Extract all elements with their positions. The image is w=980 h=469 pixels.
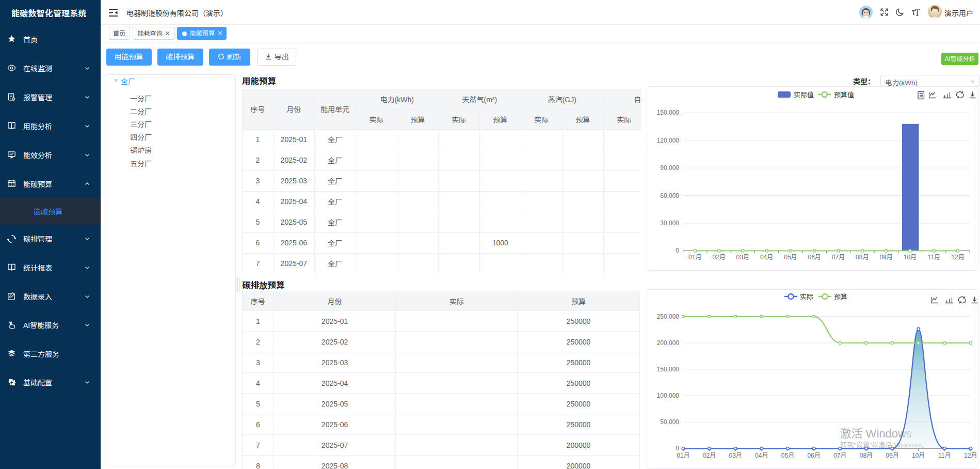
svg-text:12月: 12月 [951, 254, 964, 261]
svg-text:02月: 02月 [703, 452, 716, 459]
svg-text:60,000: 60,000 [660, 192, 679, 199]
svg-text:120,000: 120,000 [657, 137, 680, 144]
svg-text:05月: 05月 [781, 452, 794, 459]
svg-text:预算: 预算 [834, 293, 847, 301]
svg-text:02月: 02月 [712, 254, 725, 261]
svg-text:08月: 08月 [856, 254, 869, 261]
svg-text:150,000: 150,000 [657, 366, 680, 373]
svg-text:01月: 01月 [688, 254, 701, 261]
svg-text:50,000: 50,000 [660, 418, 679, 426]
svg-text:30,000: 30,000 [660, 220, 679, 227]
svg-text:150,000: 150,000 [657, 109, 680, 116]
svg-text:01月: 01月 [677, 452, 689, 459]
svg-text:11月: 11月 [928, 254, 940, 261]
svg-text:03月: 03月 [729, 452, 742, 459]
svg-text:09月: 09月 [886, 452, 898, 459]
svg-text:10月: 10月 [904, 254, 917, 261]
svg-text:08月: 08月 [860, 452, 873, 459]
svg-text:10月: 10月 [912, 452, 925, 459]
svg-text:07月: 07月 [833, 452, 846, 459]
svg-text:250,000: 250,000 [657, 313, 680, 320]
svg-text:07月: 07月 [832, 254, 845, 261]
svg-text:预算值: 预算值 [834, 91, 854, 99]
svg-text:04月: 04月 [760, 254, 773, 261]
svg-text:06月: 06月 [807, 452, 820, 459]
svg-text:05月: 05月 [784, 254, 797, 261]
svg-text:12月: 12月 [964, 452, 977, 459]
svg-text:0: 0 [676, 247, 679, 254]
svg-text:11月: 11月 [938, 452, 951, 459]
svg-text:09月: 09月 [879, 254, 892, 261]
svg-text:实际: 实际 [800, 293, 813, 301]
svg-text:90,000: 90,000 [660, 164, 679, 171]
svg-text:03月: 03月 [736, 254, 749, 261]
svg-text:04月: 04月 [755, 452, 768, 459]
svg-text:200,000: 200,000 [657, 339, 680, 347]
svg-text:实际值: 实际值 [794, 91, 814, 99]
svg-text:0: 0 [676, 445, 679, 452]
svg-text:100,000: 100,000 [657, 392, 680, 399]
svg-text:06月: 06月 [808, 254, 821, 261]
